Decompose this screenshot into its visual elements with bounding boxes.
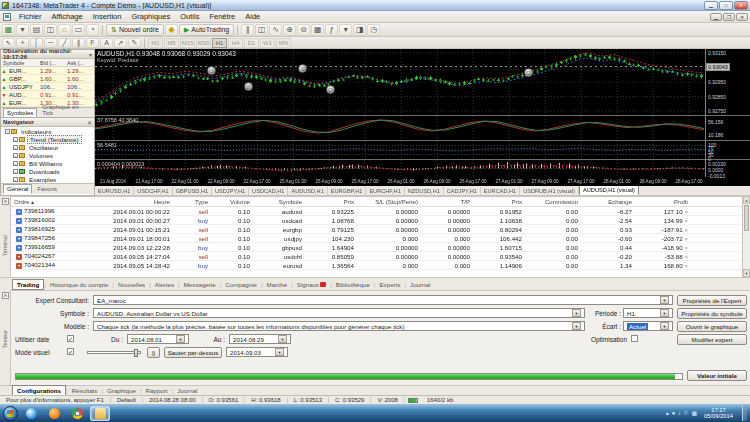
expand-icon[interactable]: + <box>13 153 18 158</box>
chevron-down-icon[interactable]: ▼ <box>572 322 581 330</box>
close-order-icon[interactable]: × <box>683 226 688 233</box>
periods-icon[interactable]: ▾ <box>339 24 352 36</box>
chart-tab-cadjpyh1[interactable]: CADJPY,H1 <box>444 187 481 195</box>
strategy-tester-icon[interactable]: ◔ <box>86 24 99 36</box>
candlestick-icon[interactable]: ◫ <box>255 24 268 36</box>
taskbar-chrome-button[interactable] <box>67 406 87 421</box>
chevron-down-icon[interactable]: ▼ <box>660 309 669 317</box>
timeframe-d1[interactable]: D1 <box>244 38 259 48</box>
market-watch-row[interactable]: ▲USDJPY106...106... <box>1 83 94 91</box>
indicators-icon[interactable]: ƒ <box>325 24 338 36</box>
menu-item-graphiques[interactable]: Graphiques <box>126 11 175 22</box>
trade-marker-smiley-icon[interactable]: ☺ <box>298 64 307 73</box>
trade-marker-smiley-icon[interactable]: ☺ <box>244 82 253 91</box>
slider-thumb[interactable] <box>134 349 138 357</box>
close-order-icon[interactable]: × <box>683 217 688 224</box>
chart-tab-eurchfh1[interactable]: EURCHF,H1 <box>366 187 404 195</box>
timeframe-m15[interactable]: M15 <box>180 38 195 48</box>
tray-icon[interactable]: ▦ <box>692 410 697 416</box>
chart-tab-eurgbph1[interactable]: EURGBP,H1 <box>328 187 367 195</box>
chart-tab-usdjpyh1[interactable]: USDJPY,H1 <box>212 187 249 195</box>
expert-select[interactable]: EA_maroc▼ <box>93 295 673 305</box>
tester-close-icon[interactable]: ✕ <box>2 292 9 299</box>
scroll-thumb[interactable] <box>744 205 749 231</box>
tree-item[interactable]: +fTrend (Tendance) <box>1 135 94 143</box>
tree-item[interactable]: +fBill Williams <box>1 159 94 167</box>
chart-tab-gbpusdh1[interactable]: GBPUSD,H1 <box>173 187 212 195</box>
timeframe-mn[interactable]: MN <box>276 38 291 48</box>
chart-tab-usdrubh1visual[interactable]: USDRUB,H1 (visual) <box>520 187 579 195</box>
child-close-button[interactable]: ✕ <box>736 13 748 21</box>
market-watch-row[interactable]: ▲GBP...1.60...1.60... <box>1 75 94 83</box>
market-watch-close-icon[interactable]: ▾ <box>89 51 92 58</box>
chart-area[interactable]: 0.931500.929500.928500.927500.9304356.15… <box>95 49 750 186</box>
terminal-tab-experts[interactable]: Experts <box>375 280 404 289</box>
pause-button[interactable]: || <box>147 347 160 358</box>
symbol-properties-button[interactable]: Propriétés du symbole <box>677 308 747 319</box>
tree-item[interactable]: +fVolumes <box>1 151 94 159</box>
period-select[interactable]: H1▼ <box>623 308 673 318</box>
crosshair-icon[interactable]: + <box>16 38 29 48</box>
bar-chart-icon[interactable]: ∥ <box>241 24 254 36</box>
market-watch-row[interactable]: ▼AUD...0.91...0.91... <box>1 91 94 99</box>
initial-value-button[interactable]: Valeur initiale <box>687 370 747 381</box>
scroll-down-icon[interactable]: ▼ <box>743 269 750 277</box>
shapes-dropdown-icon[interactable]: ✎ <box>128 38 141 48</box>
tree-item[interactable]: +fOscillateur <box>1 143 94 151</box>
visual-mode-checkbox[interactable]: ✓ <box>67 348 74 355</box>
autotrading-button[interactable]: ▶ AutoTrading <box>179 24 234 36</box>
order-row[interactable]: ▾7398119962014.09.01 00:00:22sell0.10aud… <box>11 207 742 216</box>
terminal-tab-messagerie[interactable]: Messagerie <box>180 280 220 289</box>
order-row[interactable]: ▾7040242672014.09.05 14:27:04sell0.10usd… <box>11 252 742 261</box>
expert-properties-button[interactable]: Propriétés de l'Expert <box>677 295 747 306</box>
expert-advisors-icon[interactable]: ◆ <box>165 24 178 36</box>
model-select[interactable]: Chaque tick (la méthode la plus précise,… <box>93 321 585 331</box>
zoom-out-icon[interactable]: ⊖ <box>297 24 310 36</box>
order-row[interactable]: ▾7398160022014.09.01 00:00:27buy0.10usdc… <box>11 216 742 225</box>
navigator-close-icon[interactable]: ✕ <box>87 119 92 126</box>
terminal-close-icon[interactable]: ✕ <box>2 198 9 205</box>
use-date-checkbox[interactable]: ✓ <box>67 335 74 342</box>
tester-tab-rapport[interactable]: Rapport <box>142 386 172 395</box>
fibonacci-icon[interactable]: F <box>86 38 99 48</box>
child-minimize-button[interactable]: ▁ <box>710 13 722 21</box>
pane-separator[interactable] <box>95 140 750 141</box>
clock-icon[interactable]: ◷ <box>367 24 380 36</box>
tray-icon[interactable]: ♪ <box>678 410 681 416</box>
market-watch-tab-graphiqueentick[interactable]: Graphique en Tick <box>38 102 94 118</box>
terminal-tab-journal[interactable]: Journal <box>406 280 434 289</box>
from-date-select[interactable]: 2014.08.01▼ <box>127 334 189 344</box>
zoom-in-icon[interactable]: ⊕ <box>283 24 296 36</box>
pane-separator[interactable] <box>95 115 750 116</box>
order-row[interactable]: ▾7399166592014.09.03 12:22:28buy0.10gbpu… <box>11 243 742 252</box>
spread-select[interactable]: Actuel▼ <box>623 321 673 331</box>
vertical-line-icon[interactable]: │ <box>30 38 43 48</box>
collapse-icon[interactable]: − <box>5 129 10 134</box>
open-chart-button[interactable]: Ouvrir le graphique <box>677 321 747 332</box>
taskbar-media-player-button[interactable] <box>21 406 41 421</box>
chart-tab-audusdh1[interactable]: AUDUSD,H1 <box>288 187 327 195</box>
tester-tab-graphique[interactable]: Graphique <box>103 386 140 395</box>
menu-item-affichage[interactable]: Affichage <box>47 11 88 22</box>
templates-icon[interactable]: ◨ <box>353 24 366 36</box>
timeframe-m5[interactable]: M5 <box>164 38 179 48</box>
terminal-tab-signaux[interactable]: Signaux <box>293 280 330 289</box>
chart-tab-usdcadh1[interactable]: USDCAD,H1 <box>249 187 288 195</box>
close-order-icon[interactable]: × <box>683 262 688 269</box>
chart-tab-nzdusdh1[interactable]: NZDUSD,H1 <box>405 187 444 195</box>
navigator-tab-gnral[interactable]: Général <box>3 184 32 194</box>
text-icon[interactable]: A <box>100 38 113 48</box>
menu-item-insertion[interactable]: Insertion <box>88 11 127 22</box>
timeframe-w1[interactable]: W1 <box>260 38 275 48</box>
cursor-icon[interactable]: ↖ <box>2 38 15 48</box>
close-button[interactable]: ✕ <box>734 1 748 10</box>
terminal-tab-trading[interactable]: Trading <box>12 279 44 290</box>
symbol-select[interactable]: AUDUSD, Australian Dollar vs US Dollar▼ <box>93 308 585 318</box>
tester-tab-rsultats[interactable]: Résultats <box>68 386 102 395</box>
order-row[interactable]: ▾7040213442014.09.05 14:28:42buy0.10euru… <box>11 261 742 270</box>
market-watch-icon[interactable]: ▤ <box>30 24 43 36</box>
terminal-tab-bibliothque[interactable]: Bibliothèque <box>332 280 374 289</box>
expand-icon[interactable]: + <box>13 145 18 150</box>
scroll-up-icon[interactable]: ▲ <box>743 196 750 204</box>
expand-icon[interactable]: + <box>13 177 18 182</box>
